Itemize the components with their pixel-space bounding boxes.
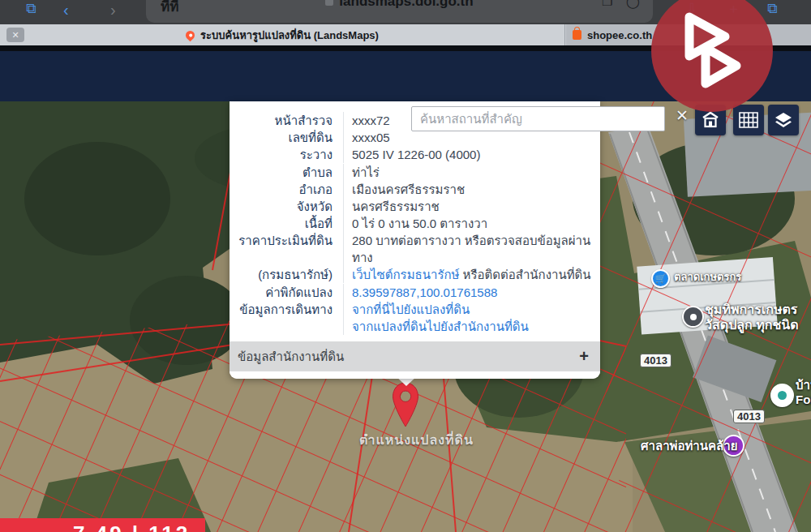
farmers-market-label: ตลาดเกษตรกร [674,271,741,284]
row-label: เนื้อที่ [230,215,343,232]
row-label: อำเภอ [230,181,343,198]
layers-icon [774,110,793,130]
row-value: 8.39597887,100.01761588 [343,284,600,301]
row-value: จากที่นี่ไปยังแปลงที่ดิน [343,301,600,318]
value-text: เมืองนครศรีธรรมราช [352,182,465,196]
map-pin-favicon [184,28,197,41]
sidebar-toggle-icon[interactable]: ⧉ [26,2,36,15]
value-text: 280 บาทต่อตารางวา หรือตรวจสอบข้อมูลผ่านท… [352,234,590,264]
value-text: 5025 IV 1226-00 (4000) [352,148,480,161]
row-value: นครศรีธรรมราช [343,198,600,215]
row-value: 0 ไร่ 0 งาน 50.0 ตารางวา [343,215,600,232]
parcel-caption: ตำแหน่งแปลงที่ดิน [359,430,534,450]
row-value: xxxx05 [343,129,600,146]
url-field[interactable]: ทีที landsmaps.dol.go.th ❐ ◯ [146,0,653,23]
watermark-b-icon [678,12,746,90]
farmers-market-poi-icon[interactable]: 🛒 [651,269,670,288]
tab-title: shopee.co.th [587,29,652,41]
agri-supply-shop-label: ชุมทิพการเกษตรวัสดุปลูก ทุกชนิด [705,302,799,332]
popup-bottom-edge [230,371,600,379]
reader-icon[interactable]: ❐ [602,0,612,9]
tab-landsmaps[interactable]: ระบบค้นหารูปแปลงที่ดิน (LandsMaps) [0,24,565,45]
parcel-detail-row: เลขที่ดินxxxx05 [230,129,600,146]
parcel-detail-table: หน้าสำรวจxxxx72เลขที่ดินxxxx05ระวาง5025 … [230,112,600,335]
lock-icon [325,0,333,6]
parcel-pin[interactable] [392,381,419,428]
row-value: 280 บาทต่อตารางวา หรือตรวจสอบข้อมูลผ่านท… [343,232,600,266]
row-label: ระวาง [230,146,343,163]
value-text: xxxx72 [352,114,390,127]
land-office-accordion[interactable]: ข้อมูลสำนักงานที่ดิน + [230,341,600,371]
row-label: เลขที่ดิน [230,129,343,146]
home-stay-poi-icon[interactable] [770,384,794,407]
row-label: ค่าพิกัดแปลง [230,284,343,301]
row-value: จากแปลงที่ดินไปยังสำนักงานที่ดิน [343,318,600,335]
grid-icon [739,112,758,128]
back-icon[interactable]: ‹ [63,2,69,18]
value-text: นครศรีธรรมราช [352,200,440,213]
screen: ⧉ ‹ › ทีที landsmaps.dol.go.th ❐ ◯ ⇩ ＋ ⧉… [0,0,811,532]
tab-title: ระบบค้นหารูปแปลงที่ดิน (LandsMaps) [200,27,379,44]
row-value: ท่าไร่ [343,164,600,181]
parcel-info-popup: หน้าสำรวจxxxx72เลขที่ดินxxxx05ระวาง5025 … [230,101,600,379]
grid-layer-button[interactable] [733,105,764,135]
parcel-detail-row: (กรมธนารักษ์)เว็บไซต์กรมธนารักษ์ หรือติด… [230,266,600,283]
agri-supply-shop-poi-icon[interactable] [682,306,704,328]
close-tab-icon[interactable]: ✕ [6,28,24,42]
place-search-input[interactable] [411,106,665,131]
parcel-detail-row: จากแปลงที่ดินไปยังสำนักงานที่ดิน [230,318,600,335]
row-value: เมืองนครศรีธรรมราช [343,181,600,198]
row-label: ตำบล [230,164,343,181]
row-value: 5025 IV 1226-00 (4000) [343,146,600,163]
parcel-detail-row: จังหวัดนครศรีธรรมราช [230,198,600,215]
accordion-title: ข้อมูลสำนักงานที่ดิน [238,347,579,367]
row-label: ข้อมูลการเดินทาง [230,301,343,318]
value-link[interactable]: เว็บไซต์กรมธนารักษ์ [352,268,459,281]
parcel-detail-row: ข้อมูลการเดินทางจากที่นี่ไปยังแปลงที่ดิน [230,301,600,318]
road-shield: 4013 [733,410,765,423]
tabs-overview-icon[interactable]: ⧉ [767,2,777,15]
value-link[interactable]: 8.39597887,100.01761588 [352,285,497,299]
forward-icon[interactable]: › [110,2,116,18]
parcel-detail-row: ราคาประเมินที่ดิน280 บาทต่อตารางวา หรือต… [230,232,600,266]
temple-pavilion-label: ศาลาพ่อท่านคล้าย [641,439,737,453]
price-overlay-text: 7 49 | 112 [73,523,205,532]
value-text: xxxx05 [352,131,390,144]
parcel-detail-row: อำเภอเมืองนครศรีธรรมราช [230,181,600,198]
plus-icon[interactable]: + [579,347,589,366]
value-text: ท่าไร่ [352,165,380,179]
value-text: 0 ไร่ 0 งาน 50.0 ตารางวา [352,217,487,230]
parcel-detail-row: ตำบลท่าไร่ [230,164,600,181]
row-label: (กรมธนารักษ์) [230,266,343,283]
parcel-detail-row: ค่าพิกัดแปลง8.39597887,100.01761588 [230,284,600,301]
reload-icon[interactable]: ◯ [626,0,640,9]
layers-button[interactable] [768,105,799,135]
road-shield: 4013 [640,354,672,367]
shopee-bag-favicon [573,30,581,40]
url-host: landsmaps.dol.go.th [146,0,653,10]
value-link[interactable]: จากแปลงที่ดินไปยังสำนักงานที่ดิน [352,320,529,333]
value-text: หรือติดต่อสำนักงานที่ดิน [459,268,590,281]
row-label: ราคาประเมินที่ดิน [230,232,343,249]
parcel-detail-row: เนื้อที่0 ไร่ 0 งาน 50.0 ตารางวา [230,215,600,232]
home-stay-label: บ้านFor [796,378,811,407]
row-label: หน้าสำรวจ [230,112,343,129]
row-label: จังหวัด [230,198,343,215]
row-value: เว็บไซต์กรมธนารักษ์ หรือติดต่อสำนักงานที… [343,266,600,283]
close-search-icon[interactable]: ✕ [674,108,690,124]
value-link[interactable]: จากที่นี่ไปยังแปลงที่ดิน [352,302,470,316]
parcel-detail-row: ระวาง5025 IV 1226-00 (4000) [230,146,600,163]
office-icon [702,111,719,129]
price-overlay: 7 49 | 112 [0,518,205,532]
